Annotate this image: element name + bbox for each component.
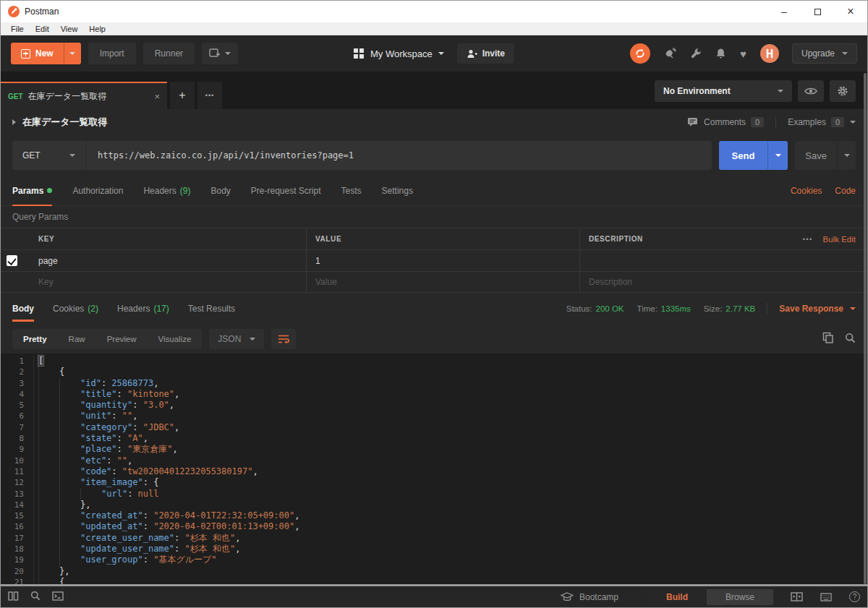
response-body-editor[interactable]: 1[2{3"id": 25868773,4"title": "kintone",… [1, 354, 867, 586]
notifications-button[interactable] [715, 48, 726, 59]
key-placeholder[interactable]: Key [30, 272, 306, 292]
upgrade-button[interactable]: Upgrade [792, 43, 857, 64]
new-window-button[interactable] [202, 43, 238, 64]
new-button-caret[interactable] [64, 43, 81, 64]
menu-view[interactable]: View [55, 22, 84, 35]
minimize-button[interactable]: – [767, 1, 801, 22]
bulk-edit-link[interactable]: Bulk Edit [823, 235, 856, 244]
response-tab-body[interactable]: Body [12, 293, 34, 325]
view-mode-raw[interactable]: Raw [58, 329, 96, 349]
tab-headers[interactable]: Headers(9) [143, 176, 190, 205]
close-tab-icon[interactable]: × [154, 91, 160, 102]
code-line: 3"id": 25868773, [1, 378, 867, 389]
tab-params[interactable]: Params [12, 176, 52, 205]
runner-button[interactable]: Runner [143, 43, 195, 64]
indent-guide [38, 510, 59, 521]
close-button[interactable]: × [834, 1, 867, 22]
send-options-caret[interactable] [767, 141, 788, 170]
request-title-row: 在庫データ一覧取得 Comments 0 Examples 0 [1, 109, 867, 135]
response-tab-test-results[interactable]: Test Results [188, 293, 235, 325]
vertical-scrollbar[interactable] [864, 73, 867, 584]
wrap-text-button[interactable] [271, 329, 296, 349]
cookies-link[interactable]: Cookies [791, 186, 822, 196]
chevron-down-icon [778, 90, 783, 93]
chevron-down-icon[interactable] [850, 121, 856, 124]
indent-guide [38, 533, 59, 544]
save-button[interactable]: Save [795, 141, 856, 170]
view-mode-pretty[interactable]: Pretty [12, 329, 58, 349]
line-number: 2 [1, 367, 34, 377]
copy-button[interactable] [822, 332, 833, 346]
line-content: "create_user_name": "杉本 和也", [34, 533, 240, 544]
response-tab-cookies[interactable]: Cookies(2) [53, 293, 98, 325]
sidebar-toggle-button[interactable] [8, 591, 19, 604]
search-button[interactable] [845, 333, 856, 346]
view-mode-visualize[interactable]: Visualize [148, 329, 203, 349]
description-placeholder[interactable]: Description [579, 272, 777, 292]
indent-guide [59, 500, 80, 510]
chevron-down-icon [225, 52, 231, 55]
param-key-cell[interactable]: page [30, 250, 306, 271]
param-description-cell[interactable] [579, 250, 777, 271]
invite-button[interactable]: Invite [457, 43, 514, 64]
bootcamp-button[interactable]: Bootcamp [561, 592, 618, 602]
api-network-button[interactable] [664, 48, 676, 59]
examples-link[interactable]: Examples [788, 117, 826, 127]
avatar[interactable] [760, 44, 779, 63]
save-options-caret[interactable] [837, 141, 856, 170]
import-button[interactable]: Import [88, 43, 136, 64]
workspace-selector[interactable]: My Workspace [370, 48, 433, 59]
format-selector[interactable]: JSON [209, 329, 264, 349]
tab-authorization[interactable]: Authorization [72, 176, 123, 205]
param-checkbox[interactable] [7, 255, 17, 266]
params-more-icon[interactable]: ••• [803, 236, 813, 243]
code-link[interactable]: Code [835, 186, 856, 196]
help-button[interactable]: ? [849, 591, 860, 602]
tab-tests[interactable]: Tests [341, 176, 362, 205]
response-tab-headers[interactable]: Headers(17) [117, 293, 169, 325]
keyboard-shortcuts-button[interactable] [820, 593, 832, 601]
console-button[interactable] [52, 591, 64, 604]
send-label: Send [719, 141, 768, 170]
environment-selector[interactable]: No Environment [655, 80, 792, 102]
heart-button[interactable]: ♥ [740, 48, 746, 60]
indent-guide [38, 521, 59, 532]
param-value-cell[interactable]: 1 [306, 250, 579, 271]
new-tab-button[interactable]: + [170, 82, 195, 109]
code-line: 17"create_user_name": "杉本 和也", [1, 533, 867, 544]
tab-settings[interactable]: Settings [382, 176, 413, 205]
indent-guide [38, 378, 59, 389]
comments-link[interactable]: Comments [704, 117, 746, 127]
chevron-down-icon[interactable] [438, 52, 444, 55]
view-mode-preview[interactable]: Preview [96, 329, 148, 349]
sync-button[interactable] [630, 43, 650, 64]
send-button[interactable]: Send [719, 141, 788, 170]
horizontal-scrollbar[interactable] [1, 584, 867, 586]
menu-file[interactable]: File [5, 22, 30, 35]
line-number: 19 [1, 555, 34, 565]
workspace-grid-icon[interactable] [354, 48, 364, 59]
find-button[interactable] [30, 591, 41, 604]
tab-body[interactable]: Body [210, 176, 230, 205]
method-selector[interactable]: GET [12, 141, 86, 170]
value-placeholder[interactable]: Value [306, 272, 579, 292]
environment-quick-look-button[interactable] [798, 80, 824, 102]
new-button[interactable]: New [11, 43, 81, 64]
line-content: { [34, 367, 64, 377]
menu-help[interactable]: Help [83, 22, 111, 35]
url-input[interactable]: https://web.zaico.co.jp/api/v1/inventori… [86, 150, 354, 160]
code-line: 9"place": "東京倉庫", [1, 444, 867, 455]
settings-button[interactable] [830, 80, 856, 102]
settings-wrench-button[interactable] [690, 48, 702, 59]
chevron-down-icon [842, 52, 848, 55]
maximize-button[interactable] [801, 1, 834, 22]
tab-pre-request-script[interactable]: Pre-request Script [251, 176, 321, 205]
menu-edit[interactable]: Edit [30, 22, 55, 35]
collapse-triangle-icon[interactable] [12, 119, 16, 125]
save-response-button[interactable]: Save Response [779, 304, 856, 314]
two-pane-view-button[interactable] [791, 592, 803, 601]
more-tabs-button[interactable]: ••• [197, 82, 222, 109]
browse-tab[interactable]: Browse [707, 589, 773, 605]
build-tab[interactable]: Build [647, 589, 707, 605]
request-tab-active[interactable]: GET 在庫データ一覧取得 × [1, 82, 167, 109]
